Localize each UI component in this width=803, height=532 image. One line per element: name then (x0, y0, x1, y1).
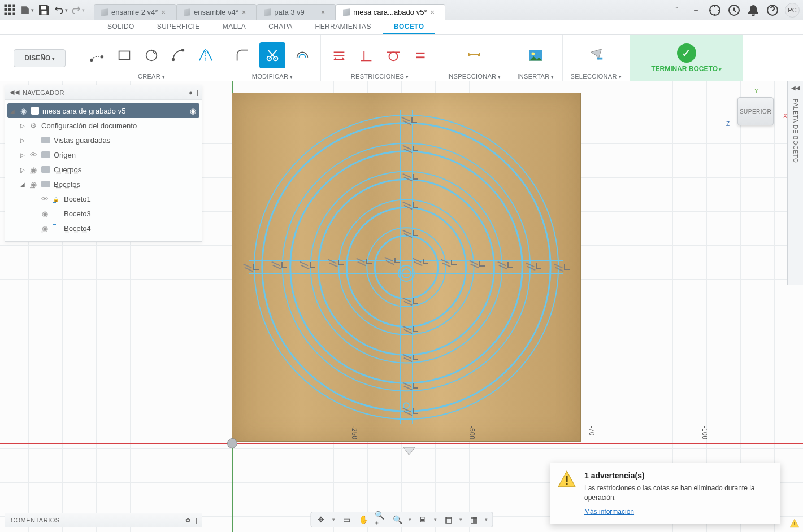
svg-rect-3 (5, 8, 7, 11)
mirror-tool-icon[interactable] (196, 45, 216, 66)
perpendicular-constraint-icon[interactable] (356, 45, 376, 66)
tree-origin[interactable]: ▷👁 Origen (18, 147, 199, 162)
tab-label: ensamle 2 v4* (111, 8, 158, 16)
sketch-icon (53, 210, 60, 217)
close-icon[interactable]: × (161, 8, 166, 16)
file-menu-icon[interactable] (20, 3, 34, 17)
trim-tool-icon[interactable] (259, 42, 285, 68)
tree-saved-views[interactable]: ▷ Vistas guardadas (18, 133, 199, 147)
tree-sketches[interactable]: ◢◉ Bocetos (18, 177, 199, 191)
horizontal-constraint-icon[interactable] (329, 45, 349, 66)
line-tool-icon[interactable] (87, 45, 107, 66)
ribbon-label[interactable]: MODIFICAR (252, 73, 293, 80)
ribbon-label[interactable]: CREAR (138, 73, 165, 80)
document-tabs: ensamle 2 v4* × ensamble v4* × pata 3 v9… (94, 0, 666, 20)
statusbar-warning-icon[interactable]: ! (789, 518, 800, 529)
radio-active-icon[interactable]: ◉ (190, 107, 196, 115)
tree-root[interactable]: ◢◉ mesa cara de grabado v5 ◉ (7, 103, 199, 118)
tree-label: Configuración del documento (41, 121, 137, 130)
svg-text:!: ! (794, 521, 796, 527)
insert-image-icon[interactable] (523, 42, 549, 68)
tree-doc-config[interactable]: ▷⚙ Configuración del documento (18, 118, 199, 133)
notifications-icon[interactable] (746, 3, 760, 17)
display-style-icon[interactable]: 🖥 (417, 514, 428, 525)
viewcube[interactable]: Y SUPERIOR X Z (732, 97, 779, 138)
ribbon-label[interactable]: SELECCIONAR (571, 73, 622, 80)
arc-tool-icon[interactable] (168, 45, 189, 66)
grid-settings-icon[interactable]: ▦ (442, 514, 454, 525)
comments-settings-icon[interactable]: ✿ (185, 517, 191, 524)
ribbon-label[interactable]: TERMINAR BOCETO (651, 65, 722, 73)
equal-constraint-icon[interactable] (410, 45, 431, 66)
ribbon-group-finish[interactable]: ✓ TERMINAR BOCETO (630, 35, 743, 81)
tree-label: Boceto3 (64, 210, 91, 218)
sketch-palette-collapsed[interactable]: ◀◀ PALETA DE BOCETO (787, 81, 803, 285)
new-tab-icon[interactable]: ＋ (689, 3, 702, 17)
ribbon-label[interactable]: INSPECCIONAR (447, 73, 501, 80)
viewport-layout-icon[interactable]: ▦ (468, 514, 479, 525)
rtab-herramientas[interactable]: HERRAMIENTAS (304, 20, 383, 34)
rectangle-tool-icon[interactable] (114, 45, 134, 66)
tangent-constraint-icon[interactable] (383, 45, 403, 66)
rtab-boceto[interactable]: BOCETO (383, 20, 436, 34)
browser-handle-icon[interactable]: || (196, 89, 197, 96)
comments-panel[interactable]: COMENTARIOS ✿ || (5, 513, 202, 527)
ribbon-group-insert: INSERTAR (509, 35, 562, 81)
rtab-superficie[interactable]: SUPERFICIE (146, 20, 211, 34)
measure-tool-icon[interactable] (461, 42, 487, 68)
tab-ensamble[interactable]: ensamble v4* × (176, 4, 257, 20)
tree-label: Vistas guardadas (54, 136, 110, 145)
circle-tool-icon[interactable] (141, 45, 162, 66)
tab-mesacara[interactable]: mesa cara...abado v5* × (336, 4, 445, 20)
svg-rect-52 (566, 476, 567, 482)
lookat-icon[interactable]: ▭ (341, 514, 352, 525)
collapse-icon[interactable]: ◀◀ (10, 89, 19, 96)
viewcube-face[interactable]: SUPERIOR (737, 97, 774, 125)
toast-link[interactable]: Más información (584, 508, 634, 516)
undo-icon[interactable] (54, 3, 68, 17)
finish-sketch-icon[interactable]: ✓ (677, 43, 696, 63)
apps-grid-icon[interactable] (3, 3, 17, 17)
tree-sketch4[interactable]: ◉ Boceto4 (38, 221, 199, 236)
ribbon-label[interactable]: INSERTAR (517, 73, 554, 80)
rtab-solido[interactable]: SOLIDO (96, 20, 146, 34)
close-icon[interactable]: × (242, 8, 246, 16)
save-icon[interactable] (37, 3, 51, 17)
svg-point-33 (367, 228, 446, 307)
user-avatar[interactable]: PC (785, 3, 800, 18)
fit-icon[interactable]: 🔍 (392, 514, 403, 525)
zoom-icon[interactable]: 🔍⁺ (375, 514, 386, 525)
help-icon[interactable] (766, 3, 779, 17)
svg-point-17 (146, 50, 157, 60)
tab-ensamle2[interactable]: ensamle 2 v4* × (94, 4, 176, 20)
comments-handle-icon[interactable]: || (195, 517, 196, 524)
ribbon-tabs: SOLIDO SUPERFICIE MALLA CHAPA HERRAMIENT… (0, 20, 803, 35)
select-tool-icon[interactable] (583, 42, 609, 68)
browser-header[interactable]: ◀◀ NAVEGADOR ● || (5, 85, 202, 100)
axis-y-label: Y (754, 88, 758, 94)
origin-handle-icon[interactable] (227, 438, 237, 448)
offset-tool-icon[interactable] (292, 45, 312, 66)
close-icon[interactable]: × (430, 8, 435, 16)
pan-icon[interactable]: ✋ (358, 514, 369, 525)
svg-marker-50 (403, 447, 415, 455)
tree-sketch1[interactable]: 👁 Boceto1 (38, 191, 199, 206)
chevron-down-icon[interactable]: ˅ (670, 3, 683, 17)
ribbon-label[interactable]: RESTRICCIONES (351, 73, 409, 80)
comments-title: COMENTARIOS (11, 517, 60, 524)
svg-rect-4 (8, 8, 11, 11)
jobs-icon[interactable] (727, 3, 741, 17)
rtab-chapa[interactable]: CHAPA (257, 20, 303, 34)
orbit-icon[interactable]: ✥ (315, 514, 327, 525)
tree-bodies[interactable]: ▷◉ Cuerpos (18, 162, 199, 177)
rtab-malla[interactable]: MALLA (211, 20, 257, 34)
redo-icon[interactable] (71, 3, 85, 17)
design-dropdown[interactable]: DISEÑO (14, 49, 66, 67)
browser-settings-icon[interactable]: ● (189, 89, 193, 96)
tree-label: Origen (54, 151, 76, 159)
close-icon[interactable]: × (321, 8, 325, 16)
tab-pata3[interactable]: pata 3 v9 × (257, 4, 336, 20)
fillet-tool-icon[interactable] (232, 45, 253, 66)
tree-sketch3[interactable]: ◉ Boceto3 (38, 206, 199, 221)
extensions-icon[interactable] (708, 3, 722, 17)
